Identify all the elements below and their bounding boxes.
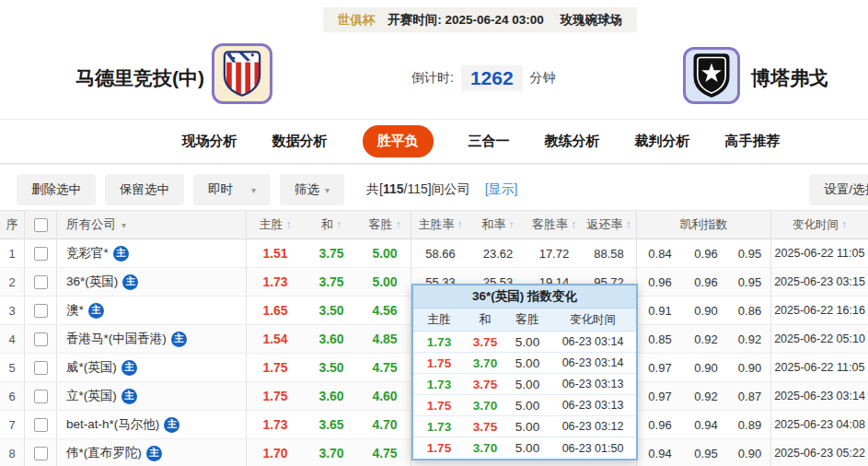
header-payout[interactable]: 返还率↑ [582,211,637,239]
header-checkbox [25,211,57,239]
time-mode-dropdown[interactable]: 即时 ▾ [193,174,271,205]
cell-draw-rate: 23.62 [469,239,527,267]
match-info-bar: 世俱杯 开赛时间: 2025-06-24 03:00 玫瑰碗球场 [0,0,868,32]
filter-dropdown[interactable]: 筛选 ▾ [280,174,344,205]
primary-company-icon: 主 [171,332,187,347]
settings-button[interactable]: 设置/选择 [809,174,868,205]
sort-up-icon: ↑ [626,218,631,231]
cell-company[interactable]: 香港马*(中国香港)主 [57,325,247,353]
cell-odds-home[interactable]: 1.75 [247,382,304,410]
cell-odds-away[interactable]: 5.00 [359,268,411,296]
select-all-checkbox[interactable] [34,218,48,232]
row-checkbox[interactable] [34,304,48,318]
header-odds-draw[interactable]: 和↑ [304,211,359,239]
tab-data[interactable]: 数据分析 [272,133,328,150]
cell-kelly-away: 0.92 [729,325,771,353]
popup-row: 1.753.705.0006-23 01:50 [413,437,636,459]
header-draw-rate[interactable]: 和率↑ [469,211,527,239]
cell-odds-draw[interactable]: 3.50 [304,297,359,324]
tab-live[interactable]: 现场分析 [182,133,237,150]
popup-body: 1.733.755.0006-23 03:141.753.705.0006-23… [413,332,636,459]
popup-odds-home: 1.73 [413,420,465,434]
header-company[interactable]: 所有公司 ▾ [57,211,247,239]
cell-kelly-home: 0.94 [637,439,683,466]
popup-odds-away: 5.00 [505,378,550,391]
cell-odds-draw[interactable]: 3.65 [304,411,359,438]
popup-odds-draw: 3.75 [465,420,505,434]
popup-odds-home: 1.73 [413,335,465,349]
popup-header-away: 客胜 [505,311,550,328]
chevron-down-icon: ▾ [325,185,330,195]
cell-kelly-draw: 0.92 [683,382,729,410]
popup-odds-draw: 3.70 [465,441,505,455]
row-checkbox[interactable] [34,247,48,261]
popup-change-time: 06-23 03:14 [550,356,636,369]
tab-referee[interactable]: 裁判分析 [635,133,690,150]
row-checkbox[interactable] [34,275,48,289]
popup-header-draw: 和 [465,311,505,328]
row-checkbox[interactable] [34,332,48,346]
keep-selected-button[interactable]: 保留选中 [105,174,184,205]
row-checkbox[interactable] [34,390,48,403]
cell-checkbox [25,382,57,410]
cell-odds-draw[interactable]: 3.70 [304,439,359,466]
delete-selected-button[interactable]: 删除选中 [17,174,96,205]
cell-company[interactable]: 竞彩官*主 [57,239,247,267]
popup-odds-away: 5.00 [505,356,550,370]
cell-kelly-away: 0.95 [729,268,771,296]
cell-kelly-away: 0.89 [729,411,771,438]
tab-coach[interactable]: 教练分析 [545,133,600,150]
cell-company[interactable]: 36*(英国)主 [57,268,247,296]
cell-odds-home[interactable]: 1.51 [247,239,304,267]
primary-company-icon: 主 [113,246,129,262]
cell-odds-draw[interactable]: 3.60 [304,325,359,353]
cell-odds-away[interactable]: 4.75 [359,439,411,466]
popup-row: 1.733.755.0006-23 03:14 [413,332,636,353]
row-checkbox[interactable] [34,418,48,432]
header-change-time[interactable]: 变化时间↑ [771,211,868,239]
cell-odds-away[interactable]: 4.75 [359,354,411,381]
team-row: 马德里竞技(中) 倒计时: [0,38,868,119]
header-odds-away[interactable]: 客胜↑ [359,211,411,239]
header-away-rate[interactable]: 客胜率↑ [527,211,582,239]
cell-company[interactable]: bet-at-h*(马尔他)主 [57,411,247,438]
cell-odds-home[interactable]: 1.54 [247,325,304,353]
cell-odds-away[interactable]: 4.56 [359,297,411,324]
countdown-label: 倒计时: [411,70,454,87]
cell-kelly-draw: 0.90 [683,297,729,324]
popup-header: 主胜 和 客胜 变化时间 [413,309,636,332]
cell-odds-draw[interactable]: 3.50 [304,354,359,381]
header-odds-home[interactable]: 主胜↑ [247,211,304,239]
cell-odds-away[interactable]: 4.85 [359,325,411,353]
cell-kelly-home: 0.85 [637,325,683,353]
header-home-rate[interactable]: 主胜率↑ [411,211,469,239]
cell-odds-away[interactable]: 4.60 [359,382,411,410]
tab-expert[interactable]: 高手推荐 [725,133,781,150]
cell-odds-draw[interactable]: 3.75 [304,239,359,267]
cell-company[interactable]: 伟*(直布罗陀)主 [57,439,247,466]
cell-company[interactable]: 立*(英国)主 [57,382,247,410]
cell-company[interactable]: 澳*主 [57,297,247,324]
row-checkbox[interactable] [34,361,48,375]
row-checkbox[interactable] [34,447,48,460]
tab-wdl[interactable]: 胜平负 [363,125,434,157]
cell-odds-away[interactable]: 4.70 [359,411,411,438]
cell-odds-home[interactable]: 1.70 [247,439,304,466]
cell-odds-home[interactable]: 1.73 [247,411,304,438]
table-header: 序 所有公司 ▾ 主胜↑ 和↑ 客胜↑ 主胜率↑ 和率↑ 客胜率↑ 返还率↑ 凯… [0,210,868,239]
cell-odds-home[interactable]: 1.75 [247,354,304,381]
cell-odds-home[interactable]: 1.73 [247,268,304,296]
popup-title: 36*(英国) 指数变化 [413,285,636,309]
cell-odds-away[interactable]: 5.00 [359,239,411,267]
away-team-logo [683,47,740,104]
cell-odds-home[interactable]: 1.65 [247,297,304,324]
tab-three-in-one[interactable]: 三合一 [469,133,510,150]
show-link[interactable]: [显示] [485,181,518,198]
primary-company-icon: 主 [122,360,137,376]
cell-odds-draw[interactable]: 3.75 [304,268,359,296]
cell-odds-draw[interactable]: 3.60 [304,382,359,410]
cell-company[interactable]: 威*(英国)主 [57,354,247,381]
sort-up-icon: ↑ [509,218,515,231]
cell-seq: 4 [0,325,25,353]
cell-change-time: 2025-06-23 03:15 [771,268,868,296]
